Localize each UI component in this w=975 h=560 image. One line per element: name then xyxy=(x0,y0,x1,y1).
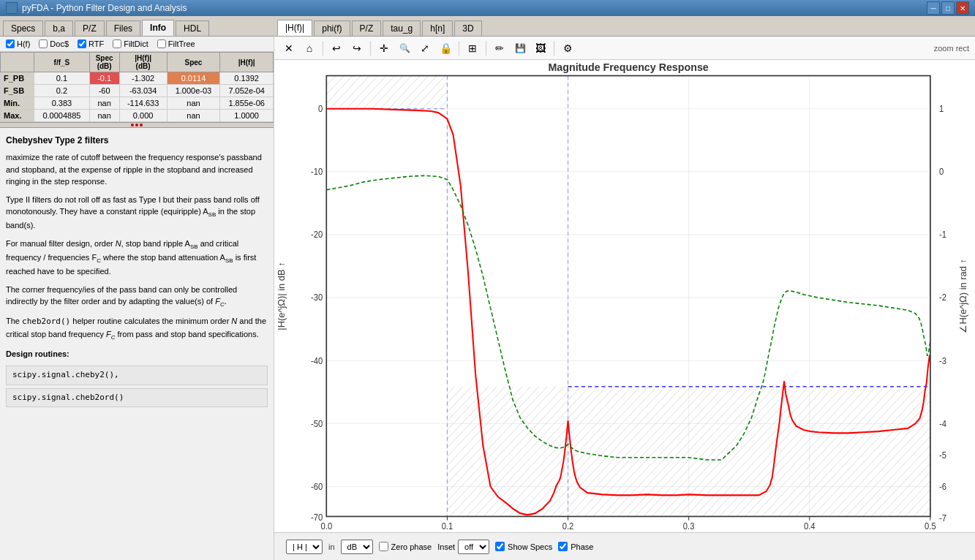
svg-text:0.1: 0.1 xyxy=(442,521,453,530)
plot-tab-taug[interactable]: tau_g xyxy=(383,20,421,36)
signal-select-group: | H | H xyxy=(286,540,323,554)
svg-text:-70: -70 xyxy=(311,513,323,522)
cell-min-hf-db: -114.633 xyxy=(119,97,167,110)
plot-tab-3d[interactable]: 3D xyxy=(454,20,481,36)
cell-min-spec-db: nan xyxy=(89,97,119,110)
plot-tab-hn[interactable]: h[n] xyxy=(422,20,453,36)
phase-check[interactable]: Phase xyxy=(558,542,593,551)
inset-select[interactable]: off on xyxy=(458,540,489,554)
forward-button[interactable]: ↪ xyxy=(348,39,366,57)
lock-button[interactable]: 🔒 xyxy=(437,39,454,57)
cell-max-hf: 1.0000 xyxy=(220,110,274,122)
svg-text:-1: -1 xyxy=(939,230,946,239)
plot-tab-phi[interactable]: phi(f) xyxy=(314,20,350,36)
unit-select[interactable]: dB lin xyxy=(341,540,373,554)
svg-text:1: 1 xyxy=(939,105,944,113)
toolbar-sep-4 xyxy=(486,41,486,56)
check-filttree[interactable]: FiltTree xyxy=(157,39,195,48)
info-para-5: The cheb2ord() helper routine calculates… xyxy=(6,315,268,342)
svg-text:-40: -40 xyxy=(311,356,323,365)
row-label-min: Min. xyxy=(1,97,34,110)
unit-select-group: dB lin xyxy=(341,540,373,554)
zero-phase-label: Zero phase xyxy=(391,542,432,551)
check-doc[interactable]: Doc$ xyxy=(39,39,69,48)
row-label-max: Max. xyxy=(1,110,34,122)
plot-tab-pz[interactable]: P/Z xyxy=(352,20,382,36)
cell-max-spec: nan xyxy=(167,110,220,122)
phase-checkbox[interactable] xyxy=(558,542,568,551)
settings-button[interactable]: ⚙ xyxy=(559,39,576,57)
svg-text:Magnitude Frequency Response: Magnitude Frequency Response xyxy=(548,61,708,73)
cell-max-hf-db: 0.000 xyxy=(119,110,167,122)
check-hf[interactable]: H(f) xyxy=(6,39,30,48)
info-para-3: For manual filter design, order N, stop … xyxy=(6,238,268,278)
cell-max-ffs: 0.0004885 xyxy=(34,110,90,122)
svg-rect-3 xyxy=(326,76,447,109)
svg-text:-20: -20 xyxy=(311,230,323,239)
cell-max-spec-db: nan xyxy=(89,110,119,122)
save-image-button[interactable]: 🖼 xyxy=(532,39,549,57)
svg-text:0.4: 0.4 xyxy=(804,521,816,530)
check-filtdict[interactable]: FiltDict xyxy=(113,39,148,48)
phase-label: Phase xyxy=(571,542,593,551)
resize-handle[interactable] xyxy=(0,122,274,128)
table-row: F_PB 0.1 -0.1 -1.302 0.0114 0.1392 xyxy=(1,72,274,85)
col-header-label xyxy=(1,53,34,72)
cell-fpb-spec: 0.0114 xyxy=(167,72,220,85)
zoom-button[interactable]: 🔍 xyxy=(396,39,413,57)
code-line-2: scipy.signal.cheb2ord() xyxy=(6,388,268,408)
cell-fsb-hf-db: -63.034 xyxy=(119,85,167,97)
zero-phase-checkbox[interactable] xyxy=(379,542,388,551)
back-button[interactable]: ↩ xyxy=(328,39,345,57)
signal-select[interactable]: | H | H xyxy=(286,540,323,554)
plot-tab-hf[interactable]: |H(f)| xyxy=(277,20,312,36)
svg-text:-5: -5 xyxy=(939,451,946,460)
pen-button[interactable]: ✏ xyxy=(491,39,508,57)
bottom-bar: | H | H in dB lin Zero phase Inset of xyxy=(274,532,975,560)
left-panel: Specs b,a P/Z Files Info HDL H(f) Doc$ R… xyxy=(0,16,274,560)
plot-area: Magnitude Frequency Response xyxy=(274,60,975,532)
col-header-hf: |H(f)| xyxy=(220,53,274,72)
spec-table: f/f_S Spec(dB) |H(f)|(dB) Spec |H(f)| F_… xyxy=(0,52,274,122)
zoom-label: zoom rect xyxy=(934,44,969,53)
svg-text:-10: -10 xyxy=(311,167,323,176)
table-row: Min. 0.383 nan -114.633 nan 1.855e-06 xyxy=(1,97,274,110)
save-button[interactable]: 💾 xyxy=(511,39,529,57)
maximize-button[interactable]: □ xyxy=(941,1,955,15)
inset-label: Inset xyxy=(437,542,455,551)
toolbar-sep-3 xyxy=(459,41,459,56)
cell-min-spec: nan xyxy=(167,97,220,110)
cell-fpb-ffs: 0.1 xyxy=(34,72,90,85)
svg-text:∠H(e^jΩ) in rad   ↑: ∠H(e^jΩ) in rad ↑ xyxy=(958,259,968,333)
tab-files[interactable]: Files xyxy=(106,20,140,36)
zoom-out-button[interactable]: ⤢ xyxy=(416,39,434,57)
stop-button[interactable]: ✕ xyxy=(280,39,298,57)
tab-hdl[interactable]: HDL xyxy=(176,20,209,36)
info-area: Chebyshev Type 2 filters maximize the ra… xyxy=(0,128,274,560)
check-rtf[interactable]: RTF xyxy=(78,39,104,48)
pan-button[interactable]: ✛ xyxy=(375,39,393,57)
home-button[interactable]: ⌂ xyxy=(301,39,318,57)
cell-fsb-spec: 1.000e-03 xyxy=(167,85,220,97)
row-label-fsb: F_SB xyxy=(1,85,34,97)
row-label-fpb: F_PB xyxy=(1,72,34,85)
show-specs-checkbox[interactable] xyxy=(495,542,505,551)
tab-ba[interactable]: b,a xyxy=(45,20,73,36)
col-header-hf-db: |H(f)|(dB) xyxy=(119,53,167,72)
svg-text:-30: -30 xyxy=(311,293,323,302)
tab-pz[interactable]: P/Z xyxy=(75,20,105,36)
col-header-ffs: f/f_S xyxy=(34,53,90,72)
show-specs-label: Show Specs xyxy=(508,542,552,551)
zero-phase-check[interactable]: Zero phase xyxy=(379,542,432,551)
svg-text:-50: -50 xyxy=(311,419,323,428)
grid-button[interactable]: ⊞ xyxy=(464,39,481,57)
close-button[interactable]: ✕ xyxy=(956,1,969,15)
info-title: Chebyshev Type 2 filters xyxy=(6,134,268,147)
minimize-button[interactable]: ─ xyxy=(927,1,940,15)
tab-specs[interactable]: Specs xyxy=(3,20,43,36)
titlebar: pyFDA - Python Filter Design and Analysi… xyxy=(0,0,975,16)
main-layout: Specs b,a P/Z Files Info HDL H(f) Doc$ R… xyxy=(0,16,975,560)
cell-fpb-hf: 0.1392 xyxy=(220,72,274,85)
show-specs-check[interactable]: Show Specs xyxy=(495,542,552,551)
tab-info[interactable]: Info xyxy=(142,20,174,36)
